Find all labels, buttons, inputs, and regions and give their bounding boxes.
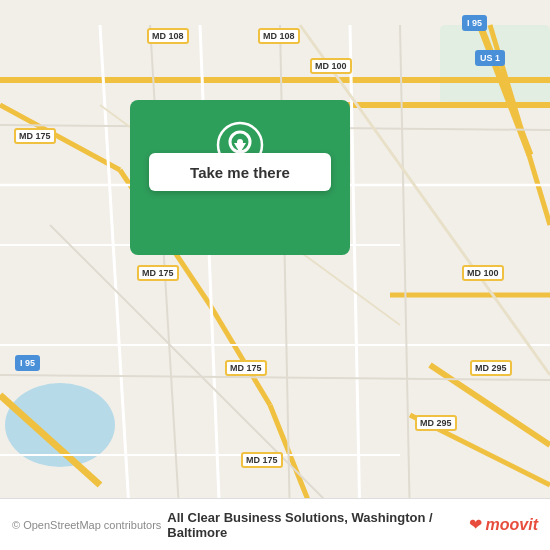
road-badge-md175-3: MD 175: [225, 360, 267, 376]
road-badge-i95-1: I 95: [462, 15, 487, 31]
take-me-there-button[interactable]: Take me there: [149, 153, 331, 191]
road-badge-md100-2: MD 100: [462, 265, 504, 281]
svg-line-25: [0, 375, 550, 380]
moovit-text: moovit: [486, 516, 538, 534]
road-badge-md175-4: MD 175: [241, 452, 283, 468]
bottom-bar: © OpenStreetMap contributors All Clear B…: [0, 498, 550, 550]
road-badge-md295: MD 295: [415, 415, 457, 431]
road-badge-md175-2: MD 175: [137, 265, 179, 281]
road-badge-md108-1: MD 108: [147, 28, 189, 44]
map-container: Take me there MD 108 MD 108 MD 100 MD 17…: [0, 0, 550, 550]
road-badge-us1: US 1: [475, 50, 505, 66]
road-badge-md100: MD 100: [310, 58, 352, 74]
moovit-logo: ❤ moovit: [469, 515, 538, 534]
road-badge-md175-1: MD 175: [14, 128, 56, 144]
svg-line-14: [100, 25, 130, 525]
road-badge-md108-2: MD 108: [258, 28, 300, 44]
svg-line-23: [400, 25, 410, 525]
copyright-text: © OpenStreetMap contributors: [12, 519, 161, 531]
business-name: All Clear Business Solutions, Washington…: [167, 510, 468, 540]
heart-icon: ❤: [469, 515, 482, 534]
road-badge-i95-2: I 95: [15, 355, 40, 371]
road-badge-md295-2: MD 295: [470, 360, 512, 376]
svg-line-5: [210, 305, 270, 405]
